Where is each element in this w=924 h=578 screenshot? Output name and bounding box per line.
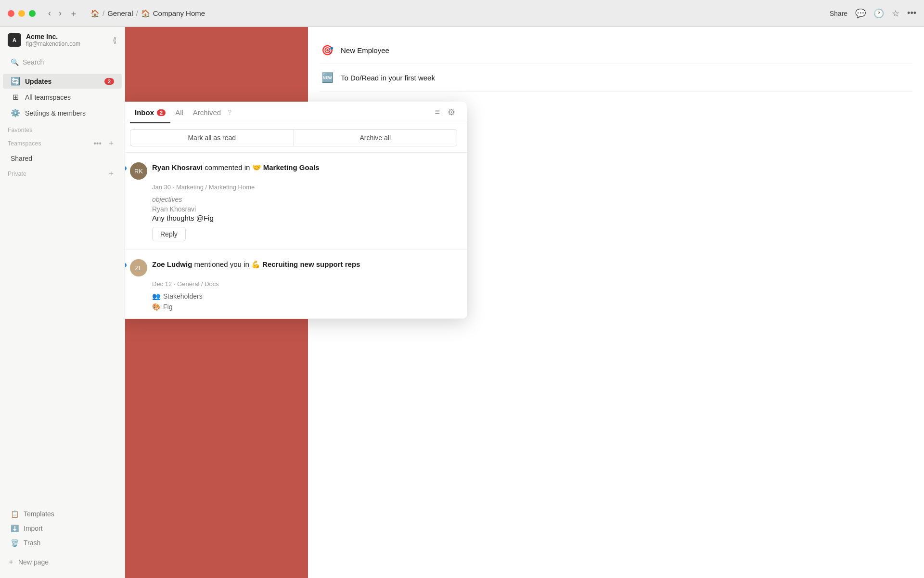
search-button[interactable]: 🔍 Search — [6, 55, 119, 69]
notification-ryan: RK Ryan Khosravi commented in 🤝 Marketin… — [125, 153, 467, 250]
participants-icon: 👥 — [152, 292, 160, 300]
notif-title: Ryan Khosravi commented in 🤝 Marketing G… — [152, 162, 457, 172]
workspace-avatar: A — [8, 33, 21, 47]
minimize-button[interactable] — [18, 10, 25, 17]
sidebar-item-updates[interactable]: 🔄 Updates 2 — [3, 74, 122, 89]
teamspaces-more-button[interactable]: ••• — [91, 137, 103, 149]
new-page-button[interactable]: ＋ New page — [0, 554, 125, 570]
favorites-section-label: Favorites — [0, 121, 125, 135]
inbox-settings-icon[interactable]: ⚙ — [446, 105, 457, 119]
import-icon: ⬇️ — [11, 525, 19, 532]
private-section-row: Private ＋ — [0, 166, 125, 182]
sidebar-item-teamspaces[interactable]: ⊞ All teamspaces — [3, 90, 122, 105]
breadcrumb-general[interactable]: General — [107, 9, 133, 17]
workspace-email: fig@makenotion.com — [26, 40, 80, 47]
trash-label: Trash — [24, 539, 40, 547]
titlebar-actions: Share 💬 🕐 ☆ ••• — [830, 8, 916, 19]
context-label: objectives — [152, 196, 457, 203]
new-page-label: New page — [18, 558, 49, 566]
close-button[interactable] — [8, 10, 14, 17]
sidebar-item-import[interactable]: ⬇️ Import — [3, 522, 122, 535]
page-icon: 🎯 — [320, 42, 335, 58]
private-add-button[interactable]: ＋ — [105, 168, 117, 180]
tab-all-label: All — [175, 108, 183, 117]
sidebar-item-settings[interactable]: ⚙️ Settings & members — [3, 105, 122, 120]
forward-button[interactable]: › — [56, 6, 64, 21]
page-item-title: New Employee — [341, 46, 389, 54]
history-icon[interactable]: 🕐 — [873, 8, 884, 19]
sidebar-item-label: Settings & members — [25, 109, 86, 117]
sidebar-item-label: All teamspaces — [25, 93, 71, 101]
fig-icon: 🎨 — [152, 303, 160, 311]
page-list: 🎯 New Employee 🆕 To Do/Read in your firs… — [308, 27, 924, 101]
new-tab-button[interactable]: ＋ — [66, 6, 81, 21]
ryan-avatar: RK — [130, 162, 147, 180]
unread-indicator — [125, 166, 127, 171]
sidebar-item-label: Updates — [25, 78, 51, 85]
page-item-title: To Do/Read in your first week — [341, 74, 435, 82]
breadcrumb: 🏠 / General / 🏠 Company Home — [90, 9, 205, 18]
fig-row: 🎨 Fig — [152, 303, 457, 311]
tab-all[interactable]: All — [170, 102, 188, 123]
inbox-actions-bar: Mark all as read Archive all — [125, 123, 467, 153]
favorites-icon[interactable]: ☆ — [892, 8, 899, 19]
page-emoji: 🤝 — [252, 163, 263, 171]
comment-author: Ryan Khosravi — [152, 205, 457, 213]
tab-inbox-label: Inbox — [135, 108, 154, 117]
updates-badge: 2 — [104, 78, 114, 85]
window-controls — [8, 10, 36, 17]
sidebar-item-templates[interactable]: 📋 Templates — [3, 507, 122, 521]
notif-author: Zoe Ludwig — [152, 260, 192, 268]
comment-icon[interactable]: 💬 — [855, 8, 866, 19]
notif-content: objectives Ryan Khosravi Any thoughts @F… — [152, 196, 457, 241]
new-page-icon: ＋ — [8, 558, 14, 566]
back-button[interactable]: ‹ — [45, 6, 54, 21]
sidebar-header: A Acme Inc. fig@makenotion.com ⟪ — [0, 27, 125, 53]
reply-button[interactable]: Reply — [152, 227, 186, 241]
page-emoji: 💪 — [251, 260, 262, 268]
inbox-tabs: Inbox 2 All Archived ? ≡ ⚙ — [125, 102, 467, 123]
sidebar-item-trash[interactable]: 🗑️ Trash — [3, 536, 122, 550]
maximize-button[interactable] — [29, 10, 36, 17]
more-icon[interactable]: ••• — [907, 8, 916, 18]
page-title: Marketing Goals — [263, 163, 320, 171]
teamspaces-section-row: Teamspaces ••• ＋ — [0, 135, 125, 151]
home-icon[interactable]: 🏠 — [90, 9, 100, 18]
notif-meta: Dec 12 · General / Docs — [152, 280, 457, 288]
comment-text: Any thoughts @Fig — [152, 214, 457, 222]
workspace-name: Acme Inc. — [26, 33, 80, 40]
inbox-panel: Inbox 2 All Archived ? ≡ ⚙ Mark all as r… — [125, 102, 467, 319]
notification-zoe: ZL Zoe Ludwig mentioned you in 💪 Recruit… — [125, 250, 467, 319]
titlebar: ‹ › ＋ 🏠 / General / 🏠 Company Home Share… — [0, 0, 924, 27]
list-item[interactable]: 🆕 To Do/Read in your first week — [320, 64, 912, 92]
filter-icon[interactable]: ≡ — [433, 105, 442, 119]
help-icon[interactable]: ? — [228, 108, 231, 116]
main-layout: A Acme Inc. fig@makenotion.com ⟪ 🔍 Searc… — [0, 27, 924, 578]
share-button[interactable]: Share — [830, 10, 847, 17]
list-item[interactable]: 🎯 New Employee — [320, 37, 912, 64]
sidebar-item-label: Shared — [11, 155, 32, 162]
breadcrumb-page-title[interactable]: Company Home — [153, 9, 205, 17]
import-label: Import — [24, 525, 43, 532]
updates-icon: 🔄 — [11, 77, 20, 86]
participants-label: Stakeholders — [163, 292, 203, 300]
notif-title: Zoe Ludwig mentioned you in 💪 Recruiting… — [152, 259, 457, 269]
page-icon: 🆕 — [320, 70, 335, 85]
sidebar: A Acme Inc. fig@makenotion.com ⟪ 🔍 Searc… — [0, 27, 125, 578]
navigation-buttons: ‹ › ＋ — [45, 6, 81, 21]
workspace-switcher[interactable]: A Acme Inc. fig@makenotion.com — [8, 33, 80, 47]
breadcrumb-page-icon: 🏠 — [141, 9, 150, 18]
mark-all-read-button[interactable]: Mark all as read — [130, 129, 294, 146]
sidebar-item-shared[interactable]: Shared — [3, 152, 122, 165]
content-area: Inbox 2 All Archived ? ≡ ⚙ Mark all as r… — [125, 27, 924, 578]
search-label: Search — [23, 58, 44, 66]
teamspaces-add-button[interactable]: ＋ — [105, 137, 117, 149]
trash-icon: 🗑️ — [11, 539, 19, 547]
archive-all-button[interactable]: Archive all — [294, 129, 458, 146]
tab-inbox[interactable]: Inbox 2 — [130, 102, 170, 123]
tab-archived[interactable]: Archived — [188, 102, 226, 123]
tab-archived-label: Archived — [193, 108, 221, 117]
sidebar-collapse-button[interactable]: ⟪ — [113, 36, 117, 45]
unread-indicator — [125, 263, 127, 267]
notif-mention-content: 👥 Stakeholders 🎨 Fig — [152, 292, 457, 311]
